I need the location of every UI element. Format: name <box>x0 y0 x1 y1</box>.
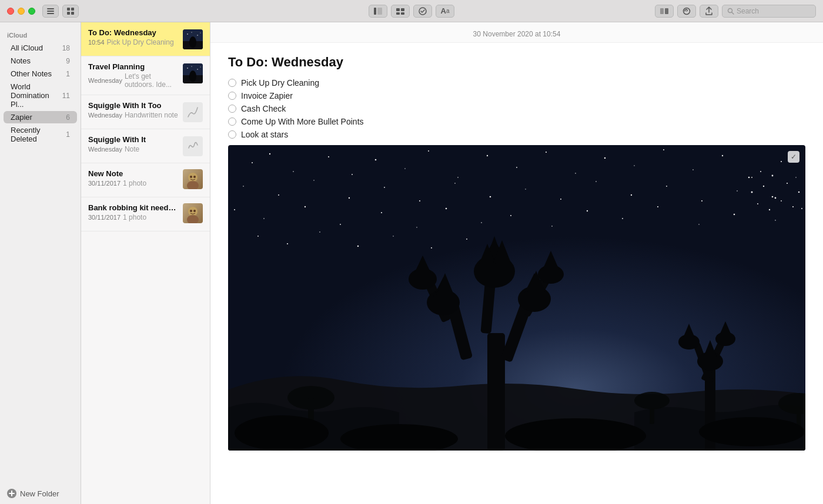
svg-point-105 <box>769 209 770 210</box>
svg-point-103 <box>798 191 800 193</box>
todo-item[interactable]: Look at stars <box>228 130 805 139</box>
svg-point-51 <box>404 168 405 169</box>
svg-point-52 <box>428 150 429 152</box>
todo-item[interactable]: Invoice Zapier <box>228 91 805 100</box>
note-item-date: Wednesday <box>88 112 122 119</box>
sidebar-item-notes[interactable]: Notes 9 <box>4 55 77 67</box>
svg-point-32 <box>191 66 192 66</box>
svg-rect-3 <box>67 8 70 11</box>
night-sky-image: ✓ <box>228 145 805 451</box>
sidebar-item-count: 6 <box>66 113 70 122</box>
todo-item[interactable]: Come Up With More Bullet Points <box>228 117 805 126</box>
svg-point-66 <box>278 194 279 196</box>
note-list-item[interactable]: Squiggle With It Too Wednesday Handwritt… <box>81 95 210 129</box>
share-button[interactable] <box>700 5 718 18</box>
checklist-button[interactable] <box>413 5 432 18</box>
image-check-button[interactable]: ✓ <box>788 151 799 163</box>
svg-point-17 <box>728 8 732 12</box>
font-button[interactable]: Aa <box>436 5 454 18</box>
sidebar-item-label: Recently Deleted <box>11 126 63 143</box>
svg-point-72 <box>490 196 491 198</box>
sync-button[interactable] <box>677 5 696 18</box>
svg-rect-151 <box>650 401 654 424</box>
sidebar-item-label: Notes <box>11 56 63 65</box>
svg-point-84 <box>305 206 306 207</box>
sidebar-toggle-button[interactable] <box>369 5 387 18</box>
todo-checkbox[interactable] <box>228 92 236 100</box>
note-item-date: 30/11/2017 <box>88 214 121 221</box>
note-item-preview: 1 photo <box>123 179 146 187</box>
sidebar-item-recently-deleted[interactable]: Recently Deleted 1 <box>4 124 77 145</box>
sidebar-item-count: 1 <box>66 130 70 139</box>
svg-rect-10 <box>401 8 404 11</box>
sidebar-item-count: 18 <box>62 44 70 52</box>
svg-point-54 <box>487 155 488 156</box>
svg-point-89 <box>481 222 482 223</box>
svg-point-31 <box>187 68 188 69</box>
svg-rect-15 <box>665 8 668 14</box>
sidebar-item-zapier[interactable]: Zapier 6 <box>4 111 77 123</box>
svg-point-100 <box>763 186 764 187</box>
note-list-item[interactable]: Squiggle With It Wednesday Note <box>81 129 210 163</box>
note-item-content: Squiggle With It Too Wednesday Handwritt… <box>88 101 178 119</box>
sidebar-item-other-notes[interactable]: Other Notes 1 <box>4 68 77 80</box>
svg-point-27 <box>200 33 201 33</box>
svg-line-18 <box>732 12 734 14</box>
grid-view-button[interactable] <box>62 5 79 18</box>
note-item-date: 30/11/2017 <box>88 180 121 187</box>
search-bar[interactable]: Search <box>722 5 816 18</box>
svg-rect-4 <box>71 8 74 11</box>
svg-point-69 <box>384 187 385 188</box>
svg-point-101 <box>775 197 777 199</box>
note-list-item[interactable]: New Note 30/11/2017 1 photo <box>81 163 210 197</box>
svg-rect-11 <box>396 12 400 15</box>
sidebar-item-label: Other Notes <box>11 69 63 78</box>
note-thumbnail-sketch <box>183 102 203 122</box>
note-list-item[interactable]: Bank robbing kit needed: 30/11/2017 1 ph… <box>81 197 210 231</box>
todo-item[interactable]: Cash Check <box>228 104 805 113</box>
note-item-preview: Pick Up Dry Cleaning <box>107 38 174 46</box>
todo-item[interactable]: Pick Up Dry Cleaning <box>228 78 805 88</box>
note-list-item[interactable]: Travel Planning Wednesday Let's get outd… <box>81 56 210 95</box>
sidebar-item-count: 11 <box>62 92 70 100</box>
todo-text: Pick Up Dry Cleaning <box>241 78 319 88</box>
svg-point-41 <box>190 210 192 212</box>
close-button[interactable] <box>7 8 14 15</box>
svg-point-81 <box>795 177 796 177</box>
todo-checkbox[interactable] <box>228 105 236 113</box>
sidebar-item-count: 9 <box>66 57 70 65</box>
sidebar-section-title: iCloud <box>0 28 81 41</box>
minimize-button[interactable] <box>18 8 25 15</box>
list-view-button[interactable] <box>42 5 59 18</box>
svg-point-80 <box>772 196 774 198</box>
todo-checkbox[interactable] <box>228 117 236 126</box>
note-item-content: Travel Planning Wednesday Let's get outd… <box>88 62 178 89</box>
svg-rect-1 <box>47 11 54 12</box>
view-options-button[interactable] <box>655 5 674 18</box>
note-thumbnail-face <box>183 203 203 223</box>
note-detail: 30 November 2020 at 10:54 To Do: Wednesd… <box>210 22 823 504</box>
svg-point-111 <box>257 236 259 237</box>
svg-point-55 <box>516 167 517 168</box>
maximize-button[interactable] <box>28 8 35 15</box>
note-list-item[interactable]: To Do: Wednesday 10:54 Pick Up Dry Clean… <box>81 22 210 56</box>
svg-point-85 <box>340 224 341 225</box>
svg-point-117 <box>466 238 467 240</box>
gallery-button[interactable] <box>391 5 410 18</box>
new-folder-button[interactable]: New Folder <box>0 483 81 504</box>
note-thumbnail-face <box>183 169 203 189</box>
svg-rect-6 <box>71 12 74 15</box>
todo-checkbox[interactable] <box>228 79 236 87</box>
note-item-content: Squiggle With It Wednesday Note <box>88 135 178 153</box>
svg-point-107 <box>792 206 794 207</box>
sidebar-item-all-icloud[interactable]: All iCloud 18 <box>4 42 77 54</box>
sidebar-item-world-domination-pl[interactable]: World Domination Pl... 11 <box>4 80 77 110</box>
search-placeholder: Search <box>737 7 759 15</box>
todo-checkbox[interactable] <box>228 130 236 139</box>
note-item-date: Wednesday <box>88 77 122 84</box>
svg-point-61 <box>692 169 694 170</box>
svg-point-45 <box>252 162 253 163</box>
svg-point-39 <box>188 207 198 216</box>
note-item-date: 10:54 <box>88 39 105 46</box>
svg-point-23 <box>189 36 196 48</box>
